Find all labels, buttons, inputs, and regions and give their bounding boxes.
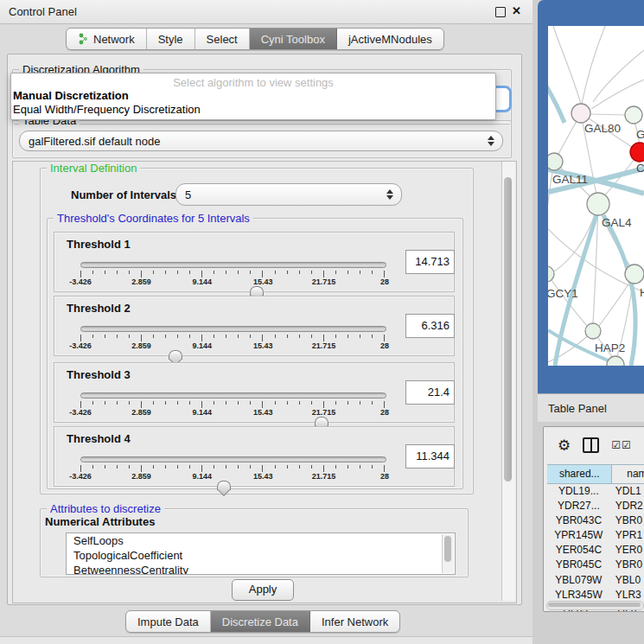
svg-text:C: C: [636, 162, 644, 175]
table-row[interactable]: YDR27...YDR2: [547, 499, 644, 513]
tick-marks: [80, 465, 385, 472]
num-intervals-label: Number of Intervals: [71, 188, 176, 201]
attributes-group-title: Attributes to discretize: [47, 502, 164, 515]
table-row[interactable]: YBL079WYBL0: [547, 573, 644, 588]
panel-title: Control Panel: [9, 5, 77, 18]
threshold-3-value-field[interactable]: 21.4: [405, 380, 455, 405]
float-window-icon[interactable]: [495, 7, 506, 17]
algorithm-dropdown-popup: Select algorithm to view settings Manual…: [10, 73, 496, 120]
tab-discretize-data[interactable]: Discretize Data: [211, 611, 310, 632]
num-intervals-combobox[interactable]: 5: [175, 183, 402, 206]
table-panel: ⚙ ☑☑ shared... name YDL19...YDL1 YDR27..…: [543, 426, 644, 612]
tick-marks: [80, 271, 385, 277]
node-h[interactable]: [625, 265, 644, 284]
tab-style[interactable]: Style: [147, 29, 195, 49]
svg-text:GCY1: GCY1: [548, 287, 578, 300]
close-icon[interactable]: ✕: [512, 4, 521, 17]
attributes-scrollbar[interactable]: [442, 534, 454, 573]
control-panel: Control Panel ✕ Network Style Select Cyn…: [0, 0, 532, 644]
scrollbar-thumb[interactable]: [504, 177, 512, 481]
node-ga[interactable]: [625, 106, 642, 124]
table-horizontal-scrollbar[interactable]: [546, 601, 644, 610]
network-icon: [78, 33, 89, 45]
table-row[interactable]: YBR045CYBR0: [547, 558, 644, 572]
svg-text:HAP2: HAP2: [595, 341, 625, 354]
tick-marks: [80, 335, 385, 341]
table-row[interactable]: YDL19...YDL1: [547, 484, 644, 499]
table-header-row: shared... name: [547, 464, 644, 484]
table-row[interactable]: YER054CYER0: [547, 543, 644, 558]
threshold-4-slider-track[interactable]: [80, 456, 386, 462]
node-gal11[interactable]: [548, 153, 563, 170]
threshold-1-label: Threshold 1: [67, 238, 131, 251]
tab-select[interactable]: Select: [195, 29, 250, 49]
network-graph: GAL80 GA C GAL11 GAL4 GCY1 H HAP2: [548, 26, 644, 366]
node-selected-red[interactable]: [630, 143, 644, 162]
threshold-4-value-field[interactable]: 11.344: [405, 444, 455, 469]
tab-impute-data[interactable]: Impute Data: [126, 611, 211, 632]
threshold-2-slider-track[interactable]: [80, 326, 386, 332]
tab-network[interactable]: Network: [67, 29, 147, 49]
popup-option-equal-width[interactable]: Equal Width/Frequency Discretization: [13, 103, 201, 116]
threshold-1-value-field[interactable]: 14.713: [405, 250, 455, 274]
threshold-1-slider-track[interactable]: [80, 262, 386, 268]
column-header-name[interactable]: name: [612, 465, 644, 483]
bottom-tab-bar: Impute Data Discretize Data Infer Networ…: [125, 610, 400, 633]
split-columns-icon[interactable]: [583, 437, 599, 453]
slider-scale: -3.4262.859 9.14415.43 21.71528: [80, 277, 385, 288]
scrollbar-thumb[interactable]: [444, 536, 451, 562]
tab-infer-network[interactable]: Infer Network: [310, 611, 399, 632]
node-gal80[interactable]: [571, 104, 590, 123]
thresholds-group-title: Threshold's Coordinates for 5 Intervals: [54, 212, 253, 225]
combo-spinner-icon: [488, 136, 494, 146]
threshold-4-label: Threshold 4: [67, 432, 131, 445]
node-gal4[interactable]: [587, 193, 609, 215]
interval-definition-title: Interval Definition: [47, 162, 140, 175]
list-item[interactable]: TopologicalCoefficient: [67, 548, 455, 563]
threshold-4-row: Threshold 4 -3.4262.859 9.14415.43 21.71…: [54, 426, 455, 487]
threshold-3-label: Threshold 3: [67, 368, 131, 381]
settings-vertical-scrollbar[interactable]: [501, 162, 515, 601]
list-item[interactable]: BetweennessCentrality: [67, 563, 455, 575]
slider-scale: -3.4262.859 9.14415.43 21.71528: [80, 408, 385, 418]
table-toolbar: ⚙ ☑☑: [544, 427, 644, 463]
top-tab-bar: Network Style Select Cyni Toolbox jActiv…: [66, 28, 444, 50]
threshold-3-row: Threshold 3 -3.4262.859 9.14415.43 21.71…: [54, 362, 455, 423]
table-row[interactable]: YBR043CYBR0: [547, 513, 644, 528]
tab-cyni-toolbox[interactable]: Cyni Toolbox: [250, 29, 337, 49]
popup-option-manual[interactable]: Manual Discretization: [13, 89, 129, 102]
scrollbar-thumb[interactable]: [548, 603, 641, 607]
threshold-3-slider-track[interactable]: [80, 392, 386, 399]
threshold-1-row: Threshold 1 -3.4262.859 9.14415.43 21.71…: [54, 232, 455, 292]
table-row[interactable]: YPR145WYPR1: [547, 528, 644, 543]
svg-text:GAL11: GAL11: [552, 173, 588, 186]
table-panel-header: Table Panel: [538, 393, 644, 422]
svg-text:GA: GA: [636, 128, 644, 141]
gear-icon[interactable]: ⚙: [558, 438, 571, 453]
checkbox-icons[interactable]: ☑☑: [611, 439, 632, 451]
slider-scale: -3.4262.859 9.14415.43 21.71528: [80, 472, 385, 482]
status-strip: [0, 636, 532, 644]
tick-marks: [80, 401, 385, 408]
network-canvas[interactable]: GAL80 GA C GAL11 GAL4 GCY1 H HAP2: [548, 26, 644, 366]
table-panel-title: Table Panel: [548, 402, 607, 415]
node-gcy1[interactable]: [548, 266, 554, 282]
threshold-2-value-field[interactable]: 6.316: [405, 314, 455, 338]
list-item[interactable]: SelfLoops: [67, 533, 455, 548]
numerical-attributes-list[interactable]: SelfLoops TopologicalCoefficient Between…: [66, 532, 456, 575]
popup-header: Select algorithm to view settings: [11, 76, 495, 89]
column-header-shared[interactable]: shared...: [547, 465, 612, 483]
apply-button[interactable]: Apply: [232, 579, 294, 601]
node-table[interactable]: shared... name YDL19...YDL1 YDR27...YDR2…: [547, 464, 644, 612]
table-data-value: galFiltered.sif default node: [29, 135, 160, 148]
node-partial[interactable]: [607, 356, 624, 366]
combo-spinner-icon: [386, 189, 393, 200]
tab-jactivemnodules[interactable]: jActiveMNodules: [337, 29, 443, 49]
num-intervals-value: 5: [185, 188, 191, 201]
node-hap2[interactable]: [585, 323, 601, 339]
table-data-combobox[interactable]: galFiltered.sif default node: [19, 131, 503, 151]
screen: Control Panel ✕ Network Style Select Cyn…: [0, 0, 644, 644]
svg-text:GAL80: GAL80: [584, 122, 621, 135]
node-labels: GAL80 GA C GAL11 GAL4 GCY1 H HAP2: [548, 122, 644, 354]
svg-text:GAL4: GAL4: [602, 216, 632, 229]
